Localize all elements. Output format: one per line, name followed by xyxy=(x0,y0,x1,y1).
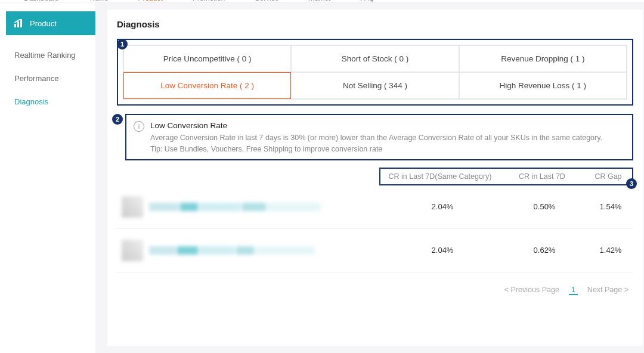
diag-not-selling[interactable]: Not Selling ( 344 ) xyxy=(291,72,459,99)
prev-page-link[interactable]: < Previous Page xyxy=(504,286,559,295)
cell-gap: 1.42% xyxy=(593,246,628,255)
svg-rect-0 xyxy=(14,24,16,27)
sidebar-item-performance[interactable]: Performance xyxy=(6,69,95,88)
table-header-row: CR in Last 7D(Same Category) CR in Last … xyxy=(379,168,633,185)
cell-gap: 1.54% xyxy=(593,202,628,211)
topnav-product[interactable]: Product xyxy=(138,0,162,2)
next-page-link[interactable]: Next Page > xyxy=(587,286,628,295)
table-wrap: CR in Last 7D(Same Category) CR in Last … xyxy=(117,168,633,295)
cell-cr-7d: 0.62% xyxy=(518,246,571,255)
diagnosis-grid: Price Uncompetitive ( 0 ) Short of Stock… xyxy=(123,45,627,100)
topnav-traffic[interactable]: Traffic xyxy=(89,0,109,2)
diag-short-of-stock[interactable]: Short of Stock ( 0 ) xyxy=(291,45,459,72)
main-content: Diagnosis 1 Price Uncompetitive ( 0 ) Sh… xyxy=(107,10,643,346)
table-row[interactable]: 2.04% 0.50% 1.54% xyxy=(117,185,633,229)
product-thumb xyxy=(122,196,143,218)
topnav-dashboard[interactable]: Dashboard xyxy=(24,0,59,2)
sidebar-item-diagnosis[interactable]: Diagnosis xyxy=(6,92,95,111)
annotation-marker-3: 3 xyxy=(626,178,637,189)
pagination: < Previous Page 1 Next Page > xyxy=(117,273,633,295)
info-tip: Tip: Use Bundles, Vouchers, Free Shippin… xyxy=(150,145,623,153)
diag-high-revenue-loss[interactable]: High Revenue Loss ( 1 ) xyxy=(459,72,627,99)
info-title: Low Conversion Rate xyxy=(150,121,623,130)
th-cr-last7d: CR in Last 7D xyxy=(515,172,569,181)
info-desc: Average Conversion Rate in last 7 days i… xyxy=(150,132,623,144)
product-name-blurred xyxy=(149,241,377,259)
topnav-faq[interactable]: FAQ xyxy=(360,0,374,2)
top-nav: Dashboard Traffic Product Promotion Serv… xyxy=(0,0,644,2)
cell-cr-cat: 2.04% xyxy=(389,202,496,211)
topnav-market[interactable]: Market xyxy=(308,0,330,2)
annotation-marker-2: 2 xyxy=(112,114,123,125)
row-values: 2.04% 0.62% 1.42% xyxy=(389,246,628,255)
layout: Product Realtime Ranking Performance Dia… xyxy=(0,2,644,353)
cell-cr-7d: 0.50% xyxy=(518,202,571,211)
diagnosis-box: 1 Price Uncompetitive ( 0 ) Short of Sto… xyxy=(117,39,633,106)
cell-cr-cat: 2.04% xyxy=(389,246,496,255)
sidebar-header-label: Product xyxy=(30,19,57,28)
current-page[interactable]: 1 xyxy=(569,286,578,295)
product-name-blurred xyxy=(149,198,377,216)
diag-price-uncompetitive[interactable]: Price Uncompetitive ( 0 ) xyxy=(123,45,291,72)
info-icon: i xyxy=(134,121,144,132)
svg-rect-1 xyxy=(17,21,19,27)
table-row[interactable]: 2.04% 0.62% 1.42% xyxy=(117,229,633,273)
product-thumb xyxy=(122,240,143,261)
sidebar-item-realtime[interactable]: Realtime Ranking xyxy=(6,46,95,64)
svg-rect-2 xyxy=(20,19,22,27)
topnav-service[interactable]: Service xyxy=(255,0,278,2)
diag-low-conversion[interactable]: Low Conversion Rate ( 2 ) xyxy=(123,72,291,99)
annotation-marker-1: 1 xyxy=(117,39,128,49)
sidebar: Product Realtime Ranking Performance Dia… xyxy=(0,2,95,353)
th-cr-same-cat: CR in Last 7D(Same Category) xyxy=(386,172,494,181)
info-box: 2 i Low Conversion Rate Average Conversi… xyxy=(125,114,633,160)
th-cr-gap: CR Gap xyxy=(590,172,626,181)
page-title: Diagnosis xyxy=(117,19,633,29)
row-values: 2.04% 0.50% 1.54% xyxy=(389,202,628,211)
topnav-promotion[interactable]: Promotion xyxy=(193,0,225,2)
diag-revenue-dropping[interactable]: Revenue Dropping ( 1 ) xyxy=(459,45,627,72)
barchart-icon xyxy=(14,19,25,27)
sidebar-header: Product xyxy=(6,11,95,35)
